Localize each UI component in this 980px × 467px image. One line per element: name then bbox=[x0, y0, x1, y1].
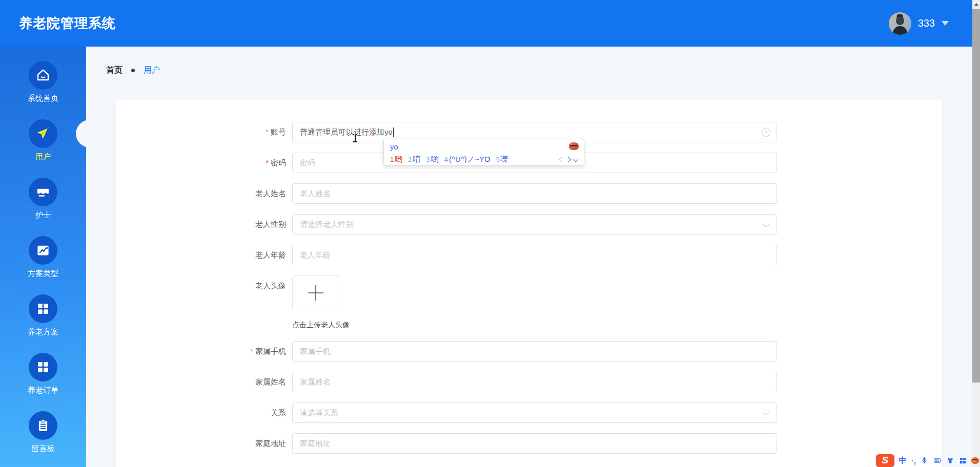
ime-nav bbox=[560, 158, 578, 161]
input-placeholder: 家庭地址 bbox=[300, 439, 331, 449]
input-family-name[interactable]: 家属姓名 bbox=[292, 372, 777, 392]
sidebar-item-label: 方案类型 bbox=[0, 269, 86, 279]
ime-candidate-2[interactable]: 2唷 bbox=[408, 155, 420, 164]
form-row-relation: 关系请选择关系 bbox=[116, 402, 942, 423]
breadcrumb-separator-dot bbox=[131, 69, 135, 72]
field-label-account: *账号 bbox=[116, 122, 292, 142]
punctuation-icon[interactable]: ·, bbox=[911, 456, 916, 465]
form-row-elder-name: 老人姓名老人姓名 bbox=[116, 183, 942, 204]
scrollbar-up-button[interactable] bbox=[972, 0, 980, 9]
app-title: 养老院管理系统 bbox=[19, 14, 116, 32]
sidebar-item-care-order[interactable]: 养老订单 bbox=[0, 353, 86, 395]
input-elder-name[interactable]: 老人姓名 bbox=[292, 183, 777, 204]
plus-icon bbox=[308, 285, 323, 301]
avatar-photo bbox=[889, 12, 911, 35]
sidebar-item-home[interactable]: 系统首页 bbox=[0, 61, 86, 103]
clipboard-icon bbox=[29, 411, 57, 440]
user-avatar[interactable] bbox=[889, 12, 911, 35]
user-menu[interactable]: 333 bbox=[889, 0, 949, 47]
field-label-elder-age: 老人年龄 bbox=[116, 245, 292, 265]
ime-composition-caret bbox=[399, 143, 400, 151]
sidebar-item-label: 用户 bbox=[0, 152, 86, 162]
sidebar-item-label: 护士 bbox=[0, 210, 86, 220]
breadcrumb-current[interactable]: 用户 bbox=[144, 65, 160, 76]
sidebar-item-plan-type[interactable]: 方案类型 bbox=[0, 236, 86, 279]
text-caret bbox=[393, 128, 394, 137]
candidate-text: 喲 bbox=[431, 155, 439, 164]
candidate-number: 2 bbox=[408, 156, 412, 163]
sidebar-item-care-plan[interactable]: 养老方案 bbox=[0, 294, 86, 337]
expand-icon[interactable] bbox=[574, 157, 579, 162]
next-page-icon[interactable] bbox=[566, 157, 571, 162]
clear-input-icon[interactable]: × bbox=[762, 128, 770, 137]
sidebar-item-users[interactable]: 用户 bbox=[0, 119, 86, 162]
input-placeholder: 密码 bbox=[300, 158, 315, 168]
chevron-down-icon bbox=[763, 221, 769, 227]
breadcrumb: 首页 用户 bbox=[106, 65, 160, 76]
skin-shirt-icon[interactable] bbox=[946, 457, 954, 464]
scrollbar[interactable] bbox=[972, 0, 980, 467]
sidebar-item-message-board[interactable]: 留言板 bbox=[0, 411, 86, 454]
sidebar: 系统首页用户护士方案类型养老方案养老订单留言板 bbox=[0, 47, 86, 467]
sidebar-item-label: 系统首页 bbox=[0, 94, 86, 103]
field-label-family-name: 家属姓名 bbox=[116, 372, 292, 392]
username-label: 333 bbox=[918, 17, 935, 29]
candidate-text: 哟 bbox=[395, 155, 402, 164]
ime-candidate-1[interactable]: 1哟 bbox=[390, 155, 402, 164]
sidebar-item-nurse[interactable]: 护士 bbox=[0, 178, 86, 220]
input-placeholder: 请选择关系 bbox=[300, 408, 338, 418]
ime-candidate-5[interactable]: 5嚛 bbox=[496, 155, 508, 164]
field-label-relation: 关系 bbox=[116, 402, 292, 423]
sidebar-item-label: 留言板 bbox=[0, 444, 86, 454]
field-label-password: *密码 bbox=[116, 153, 292, 173]
input-elder-age[interactable]: 老人年龄 bbox=[292, 245, 777, 265]
breadcrumb-home[interactable]: 首页 bbox=[106, 65, 122, 76]
input-placeholder: 老人年龄 bbox=[300, 250, 331, 260]
field-label-home-address: 家庭地址 bbox=[116, 433, 292, 454]
emoji-face-icon[interactable] bbox=[971, 457, 979, 464]
scrollbar-thumb[interactable] bbox=[972, 9, 980, 383]
ime-emoji-icon[interactable] bbox=[569, 142, 579, 150]
input-placeholder: 老人姓名 bbox=[300, 189, 331, 199]
triangle-up-icon bbox=[974, 3, 978, 6]
sogou-logo-icon[interactable]: S bbox=[876, 454, 894, 467]
microphone-icon[interactable] bbox=[921, 456, 928, 464]
select-relation[interactable]: 请选择关系 bbox=[292, 402, 777, 423]
input-value: 普通管理员可以进行添加yo bbox=[300, 128, 393, 137]
toolbox-grid-icon[interactable] bbox=[959, 457, 967, 464]
input-family-phone[interactable]: 家属手机 bbox=[292, 341, 777, 362]
form-row-home-address: 家庭地址家庭地址 bbox=[116, 433, 942, 454]
candidate-number: 3 bbox=[426, 156, 430, 163]
ime-candidate-window: yo 1哟2唷3喲4(^U^)ノ~YO5嚛 bbox=[383, 139, 584, 166]
form-row-elder-age: 老人年龄老人年龄 bbox=[116, 245, 942, 265]
ime-candidate-4[interactable]: 4(^U^)ノ~YO bbox=[444, 155, 491, 164]
sidebar-item-label: 养老订单 bbox=[0, 386, 86, 395]
field-label-elder-gender: 老人性别 bbox=[116, 214, 292, 235]
main-content: 首页 用户 *账号普通管理员可以进行添加yo×*密码密码老人姓名老人姓名老人性别… bbox=[86, 47, 972, 467]
field-label-elder-name: 老人姓名 bbox=[116, 183, 292, 204]
screen: 养老院管理系统 333 系统首页用户护士方案类型养老方案养老订单留言板 首页 用… bbox=[0, 0, 980, 467]
required-asterisk: * bbox=[266, 128, 269, 136]
ime-candidate-3[interactable]: 3喲 bbox=[426, 155, 438, 164]
form-row-elder-avatar: 老人头像点击上传老人头像 bbox=[116, 275, 942, 331]
prev-page-icon[interactable] bbox=[559, 157, 564, 162]
candidate-text: (^U^)ノ~YO bbox=[449, 155, 491, 164]
chevron-down-icon bbox=[763, 409, 769, 416]
grid-icon bbox=[29, 353, 57, 381]
keyboard-icon[interactable] bbox=[933, 457, 942, 464]
select-elder-gender[interactable]: 请选择老人性别 bbox=[292, 214, 777, 235]
ime-candidate-list: 1哟2唷3喲4(^U^)ノ~YO5嚛 bbox=[390, 153, 578, 166]
input-home-address[interactable]: 家庭地址 bbox=[292, 433, 777, 454]
grid-icon bbox=[29, 294, 57, 323]
sidebar-item-label: 养老方案 bbox=[0, 327, 86, 337]
ime-composition-text: yo bbox=[390, 142, 398, 151]
ibeam-cursor bbox=[353, 134, 358, 143]
field-label-family-phone: *家属手机 bbox=[116, 341, 292, 362]
nurse-cap-icon bbox=[29, 178, 57, 206]
chinese-mode-icon[interactable]: 中 bbox=[899, 456, 907, 465]
avatar-upload-box[interactable] bbox=[292, 275, 339, 310]
candidate-number: 5 bbox=[496, 156, 500, 163]
active-item-notch bbox=[76, 120, 104, 147]
candidate-number: 4 bbox=[444, 156, 448, 163]
form-row-family-phone: *家属手机家属手机 bbox=[116, 341, 942, 362]
